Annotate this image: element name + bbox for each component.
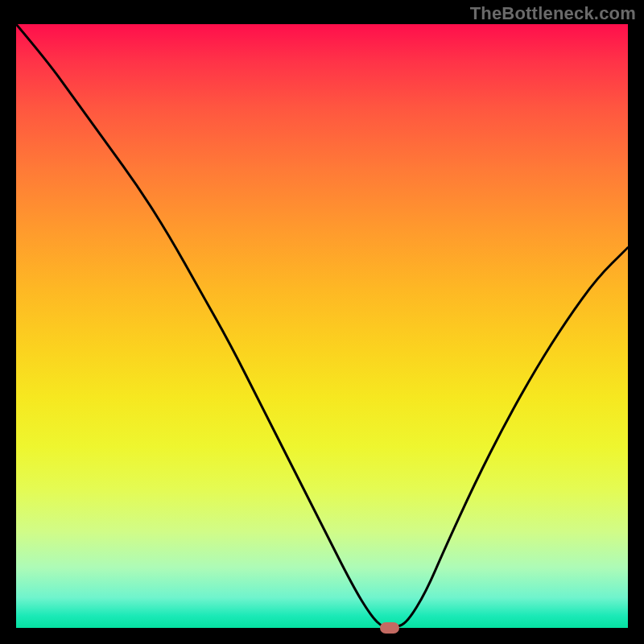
bottleneck-curve (16, 24, 628, 628)
plot-area (16, 24, 628, 628)
watermark-text: TheBottleneck.com (470, 3, 636, 24)
chart-frame: TheBottleneck.com (0, 0, 644, 644)
curve-svg (16, 24, 628, 628)
current-point-marker (380, 622, 399, 634)
